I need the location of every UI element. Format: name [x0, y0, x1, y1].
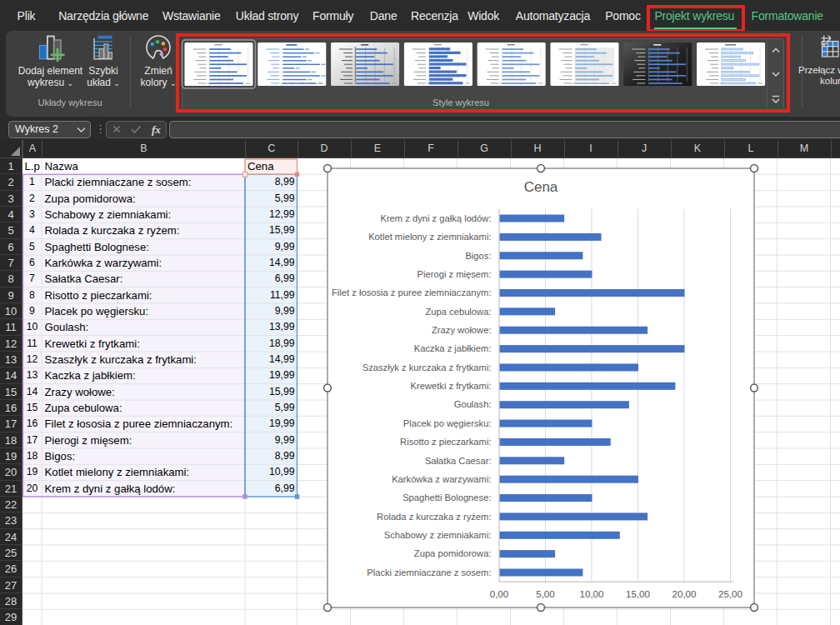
svg-text:Zupa cebulowa:: Zupa cebulowa:	[425, 306, 491, 316]
svg-text:Szaszłyk z kurczaka z frytkami: Szaszłyk z kurczaka z frytkami:	[362, 362, 491, 372]
svg-text:Placek po węgiersku:: Placek po węgiersku:	[402, 418, 491, 428]
svg-text:Kotlet mielony z ziemniakami:: Kotlet mielony z ziemniakami:	[368, 232, 491, 242]
svg-text:Krem z dyni z gałką lodów:: Krem z dyni z gałką lodów:	[380, 212, 491, 222]
svg-text:Krewetki z frytkami:: Krewetki z frytkami:	[410, 381, 491, 391]
svg-text:Zrazy wołowe:: Zrazy wołowe:	[432, 325, 492, 335]
svg-text:fx: fx	[152, 123, 161, 136]
svg-text:Schabowy z ziemniakami:: Schabowy z ziemniakami:	[383, 530, 491, 540]
svg-text:Pierogi z mięsem:: Pierogi z mięsem:	[417, 268, 491, 278]
svg-text:Sałatka Caesar:: Sałatka Caesar:	[424, 455, 491, 465]
svg-text:Zupa pomidorowa:: Zupa pomidorowa:	[413, 548, 491, 558]
svg-text:5,00: 5,00	[536, 588, 555, 599]
svg-text:Cena: Cena	[523, 179, 558, 195]
svg-text:15,00: 15,00	[625, 588, 649, 599]
svg-text:Rolada z kurczaka z ryżem:: Rolada z kurczaka z ryżem:	[377, 511, 491, 521]
svg-text:Bigos:: Bigos:	[465, 250, 491, 260]
svg-text:Filet z łososia z puree ziemni: Filet z łososia z puree ziemniaczanym:	[331, 288, 491, 298]
svg-text:20,00: 20,00	[672, 588, 696, 599]
svg-text:0,00: 0,00	[489, 588, 508, 599]
svg-text:Karkówka z warzywami:: Karkówka z warzywami:	[392, 473, 491, 483]
svg-text:Goulash:: Goulash:	[453, 399, 491, 409]
svg-text:Kaczka z jabłkiem:: Kaczka z jabłkiem:	[413, 343, 491, 353]
svg-text:10,00: 10,00	[579, 588, 603, 599]
svg-text:Spaghetti Bolognese:: Spaghetti Bolognese:	[402, 492, 491, 502]
svg-text:Risotto z pieczarkami:: Risotto z pieczarkami:	[400, 437, 491, 447]
svg-text:25,00: 25,00	[718, 588, 742, 599]
svg-text:Placki ziemniaczane z sosem:: Placki ziemniaczane z sosem:	[367, 567, 491, 577]
